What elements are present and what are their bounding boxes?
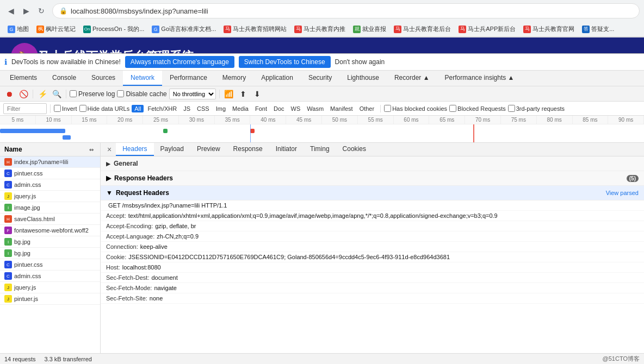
header-row-sec-dest: Sec-Fetch-Dest: document bbox=[101, 273, 644, 283]
bookmark-jobs[interactable]: 就 就业喜报 bbox=[350, 24, 389, 34]
hide-data-urls-checkbox[interactable]: Hide data URLs bbox=[79, 105, 130, 112]
bookmark-fengyun[interactable]: 枫 枫叶云笔记 bbox=[33, 24, 79, 34]
tab-console[interactable]: Console bbox=[45, 71, 84, 86]
response-headers-section-header[interactable]: ▶ Response Headers (5) bbox=[101, 171, 644, 186]
tab-performance-insights[interactable]: Performance insights ▲ bbox=[437, 71, 522, 86]
detail-tab-initiator[interactable]: Initiator bbox=[269, 143, 304, 156]
match-chrome-button[interactable]: Always match Chrome's language bbox=[125, 56, 234, 68]
forward-button[interactable]: ▶ bbox=[20, 4, 33, 17]
filter-tag-all[interactable]: All bbox=[132, 105, 144, 112]
back-button[interactable]: ◀ bbox=[4, 4, 17, 17]
invert-input[interactable] bbox=[54, 105, 61, 112]
tab-recorder[interactable]: Recorder ▲ bbox=[387, 71, 437, 86]
tab-security[interactable]: Security bbox=[301, 71, 339, 86]
tab-application[interactable]: Application bbox=[253, 71, 301, 86]
bookmark-label: 马士兵APP新后台 bbox=[468, 25, 516, 33]
file-item-image-jpg[interactable]: I image.jpg bbox=[0, 202, 100, 214]
requests-count: 14 requests bbox=[4, 356, 35, 362]
filter-tag-font[interactable]: Font bbox=[252, 105, 270, 112]
upload-button[interactable]: ⬆ bbox=[237, 88, 249, 100]
general-section-header[interactable]: ▶ General bbox=[101, 156, 644, 171]
tick-85ms: 85 ms bbox=[573, 116, 609, 124]
detail-tab-response[interactable]: Response bbox=[227, 143, 269, 156]
filter-tag-doc[interactable]: Doc bbox=[271, 105, 287, 112]
filter-toggle-button[interactable]: ⚡ bbox=[36, 88, 48, 100]
hide-data-urls-input[interactable] bbox=[79, 105, 86, 112]
clear-button[interactable]: 🚫 bbox=[17, 88, 29, 100]
switch-chinese-button[interactable]: Switch DevTools to Chinese bbox=[239, 56, 331, 68]
bookmark-mashibing3[interactable]: 马 马士兵教育老后台 bbox=[391, 24, 454, 34]
filter-input[interactable] bbox=[3, 103, 47, 114]
detail-tab-timing[interactable]: Timing bbox=[304, 143, 336, 156]
detail-tab-headers[interactable]: Headers bbox=[116, 143, 153, 156]
filter-tag-ws[interactable]: WS bbox=[288, 105, 304, 112]
disable-cache-checkbox[interactable]: Disable cache bbox=[117, 90, 166, 98]
filter-tag-img[interactable]: Img bbox=[213, 105, 228, 112]
file-list-resize[interactable]: ⇔ bbox=[87, 145, 96, 154]
file-item-pintuer-css[interactable]: C pintuer.css bbox=[0, 168, 100, 179]
disable-cache-input[interactable] bbox=[117, 90, 124, 97]
preserve-log-checkbox[interactable]: Preserve log bbox=[70, 90, 115, 98]
filter-tag-wasm[interactable]: Wasm bbox=[304, 105, 326, 112]
bookmark-mashibing5[interactable]: 马 马士兵教育官网 bbox=[520, 24, 578, 34]
throttle-select[interactable]: No throttling Fast 3G Slow 3G Offline bbox=[169, 89, 216, 99]
bookmark-mashibing2[interactable]: 马 马士兵教育内推 bbox=[291, 24, 349, 34]
search-button[interactable]: 🔍 bbox=[51, 88, 63, 100]
tab-elements[interactable]: Elements bbox=[2, 71, 45, 86]
preserve-log-input[interactable] bbox=[70, 90, 77, 97]
blocked-requests-input[interactable] bbox=[449, 105, 456, 112]
detail-tab-cookies[interactable]: Cookies bbox=[336, 143, 373, 156]
bookmark-go[interactable]: G Go语言标准库文档... bbox=[148, 24, 219, 34]
download-button[interactable]: ⬇ bbox=[251, 88, 263, 100]
file-item-bg1[interactable]: I bg.jpg bbox=[0, 236, 100, 248]
tab-network[interactable]: Network bbox=[123, 71, 162, 86]
wifi-button[interactable]: 📶 bbox=[223, 88, 235, 100]
filter-tag-css[interactable]: CSS bbox=[194, 105, 212, 112]
filter-tag-manifest[interactable]: Manifest bbox=[327, 105, 356, 112]
filter-tag-js[interactable]: JS bbox=[181, 105, 193, 112]
file-item-bg2[interactable]: I bg.jpg bbox=[0, 248, 100, 259]
detail-tab-preview[interactable]: Preview bbox=[190, 143, 227, 156]
refresh-button[interactable]: ↻ bbox=[35, 4, 48, 17]
bookmark-maps[interactable]: G 地图 bbox=[4, 24, 32, 34]
invert-checkbox[interactable]: Invert bbox=[54, 105, 77, 112]
view-parsed-link[interactable]: View parsed bbox=[606, 190, 639, 196]
blocked-cookies-input[interactable] bbox=[384, 105, 391, 112]
file-item-saveclass[interactable]: H saveClass.html bbox=[0, 214, 100, 225]
file-item-jquery-js2[interactable]: J jquery.js bbox=[0, 282, 100, 293]
tab-performance[interactable]: Performance bbox=[162, 71, 215, 86]
tick-75ms: 75 ms bbox=[501, 116, 537, 124]
file-item-font[interactable]: F fontawesome-webfont.woff2 bbox=[0, 225, 100, 236]
bookmark-favicon: G bbox=[152, 26, 159, 33]
blocked-cookies-checkbox[interactable]: Has blocked cookies bbox=[384, 105, 447, 112]
address-bar[interactable]: 🔒 localhost:8080/msbsys/index.jsp?uname=… bbox=[52, 3, 640, 18]
record-button[interactable]: ⏺ bbox=[3, 88, 15, 100]
tab-lighthouse[interactable]: Lighthouse bbox=[339, 71, 387, 86]
file-name: index.jsp?uname=lili bbox=[14, 159, 68, 165]
bookmark-processon[interactable]: On ProcessOn - 我的... bbox=[80, 24, 147, 34]
bookmark-answers[interactable]: 答 答疑支... bbox=[579, 24, 617, 34]
filter-tag-xhr[interactable]: Fetch/XHR bbox=[145, 105, 179, 112]
filter-tag-other[interactable]: Other bbox=[357, 105, 377, 112]
file-item-index[interactable]: H index.jsp?uname=lili bbox=[0, 156, 100, 168]
blocked-requests-checkbox[interactable]: Blocked Requests bbox=[449, 105, 506, 112]
filter-tag-media[interactable]: Media bbox=[230, 105, 251, 112]
bookmark-mashibing4[interactable]: 马 马士兵APP新后台 bbox=[455, 24, 519, 34]
file-item-pintuer-js[interactable]: J pintuer.js bbox=[0, 293, 100, 305]
file-name: pintuer.js bbox=[14, 296, 38, 302]
timeline-bar-js1 bbox=[163, 129, 168, 133]
file-item-jquery-js[interactable]: J jquery.js bbox=[0, 191, 100, 202]
request-headers-section-header[interactable]: ▼ Request Headers View parsed bbox=[101, 186, 644, 200]
tab-sources[interactable]: Sources bbox=[84, 71, 123, 86]
file-name: bg.jpg bbox=[14, 239, 30, 245]
file-item-pintuer-css2[interactable]: C pintuer.css bbox=[0, 259, 100, 271]
file-item-admin-css2[interactable]: C admin.css bbox=[0, 271, 100, 282]
detail-tab-payload[interactable]: Payload bbox=[154, 143, 190, 156]
detail-close-button[interactable]: × bbox=[103, 143, 116, 156]
third-party-input[interactable] bbox=[508, 105, 515, 112]
tab-memory[interactable]: Memory bbox=[215, 71, 253, 86]
dont-show-button[interactable]: Don't show again bbox=[335, 58, 385, 66]
bookmark-mashibing1[interactable]: 马 马士兵教育招聘网站 bbox=[220, 24, 290, 34]
file-item-admin-css[interactable]: C admin.css bbox=[0, 179, 100, 191]
third-party-checkbox[interactable]: 3rd-party requests bbox=[508, 105, 565, 112]
